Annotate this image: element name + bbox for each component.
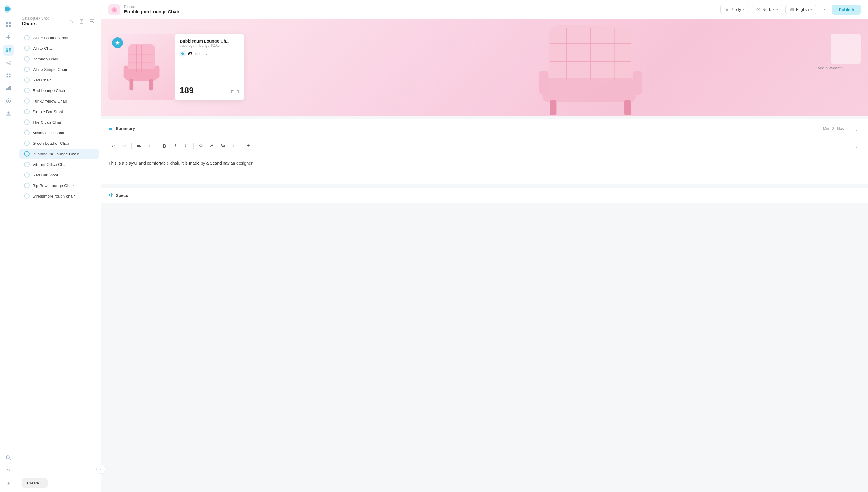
align-left-button[interactable] [134,141,144,150]
notax-button[interactable]: No Tax ▾ [752,5,782,14]
svg-point-20 [7,100,9,102]
item-icon [24,77,29,83]
sidebar-item-stressmore[interactable]: Stressmore rough chair [19,191,99,201]
product-name: Bubblegum Lounge Chair [124,9,179,14]
sidebar-item-white-lounge[interactable]: White Lounge Chair [19,32,99,43]
item-icon [24,46,29,51]
sidebar-item-integrations[interactable] [3,57,14,68]
sidebar-item-vibrant[interactable]: Vibrant Office Chair [19,159,99,170]
product-card-image[interactable] [108,34,175,100]
breadcrumb: Catalogue / Shop [22,16,50,21]
toolbar-more-button[interactable]: ⋮ [852,142,861,150]
item-icon [24,56,29,62]
book-icon[interactable] [77,17,86,26]
sidebar-item-simple-bar[interactable]: Simple Bar Stool [19,106,99,117]
image-indicator [112,38,123,48]
item-icon [24,151,29,156]
bold-button[interactable]: B [160,141,169,150]
summary-title: Summary [108,125,135,131]
code-button[interactable]: <> [196,141,206,150]
sidebar-item-bubblegum[interactable]: Bubblegum Lounge Chair [19,149,99,159]
text-format-button[interactable]: Aa [218,141,228,150]
topbar: 🌸 Product Bubblegum Lounge Chair Pretty … [101,0,868,19]
toolbar-divider-1 [131,143,132,149]
sidebar-item-lightning[interactable] [3,32,14,43]
sidebar-item-red-lounge[interactable]: Red Lounge Chair [19,85,99,96]
extra-card [831,34,861,64]
item-icon [24,193,29,199]
product-info: Product Bubblegum Lounge Chair [124,5,179,14]
max-symbol: ∞ [847,126,849,131]
create-button[interactable]: Create + [22,478,48,488]
language-icon-btn[interactable]: AZ [3,465,14,476]
sidebar-item-funky-yellow[interactable]: Funky Yellow Chair [19,96,99,106]
sidebar-item-red-bar[interactable]: Red Bar Stool [19,170,99,180]
sidebar-item-big-bowl[interactable]: Big Bowl Lounge Chair [19,180,99,191]
undo-button[interactable]: ↩ [108,141,118,150]
svg-rect-19 [9,86,10,90]
topbar-left: 🌸 Product Bubblegum Lounge Chair [108,4,179,16]
item-label: Bamboo Chair [32,57,58,61]
sidebar-item-white-simple[interactable]: White Simple Chair [19,64,99,74]
item-icon [24,109,29,114]
sidebar-item-pages[interactable] [3,45,14,55]
back-button[interactable]: ← [17,0,101,12]
sidebar-item-bamboo[interactable]: Bamboo Chair [19,54,99,64]
italic-button[interactable]: I [170,141,180,150]
svg-rect-50 [124,66,128,79]
item-icon [24,67,29,72]
collapse-sidebar-button[interactable]: ‹ [97,465,105,474]
sidebar-item-person[interactable] [3,108,14,119]
svg-rect-60 [137,144,141,145]
sidebar-item-citrus[interactable]: The Citrus Chair [19,117,99,127]
svg-point-8 [6,62,8,64]
settings-icon-btn[interactable] [3,477,14,488]
edit-icon[interactable]: ✎ [67,17,76,26]
link-button[interactable] [207,141,217,150]
sidebar-item-network[interactable] [3,95,14,106]
summary-meta: Min 0 Max ∞ ⋮ [823,124,861,133]
pretty-button[interactable]: Pretty ▾ [720,5,749,14]
add-variant-button[interactable]: Add a variant + [817,66,844,70]
svg-rect-5 [9,48,10,50]
product-card-more[interactable]: ⋮ [231,39,239,47]
item-icon [24,35,29,41]
item-label: Simple Bar Stool [32,109,63,114]
add-element-button[interactable]: + [243,141,253,150]
sidebar-item-grid[interactable] [3,19,14,30]
redo-button[interactable]: ↪ [120,141,129,150]
sidebar-item-apps[interactable] [3,70,14,81]
sidebar-item-green-leather[interactable]: Green Leather Chair [19,138,99,148]
item-label: Funky Yellow Chair [32,99,67,103]
svg-rect-58 [109,128,112,128]
product-card: Bubblegum Lounge Ch... bubblegum-lounge-… [108,34,244,100]
item-icon [24,172,29,178]
item-icon [24,141,29,146]
item-icon [24,162,29,167]
sidebar-item-white-chair[interactable]: White Chair [19,43,99,53]
search-icon-btn[interactable] [3,452,14,463]
format-down-button[interactable]: ↓ [145,141,155,150]
breadcrumb-catalogue[interactable]: Catalogue [22,16,38,21]
sidebar-item-chart[interactable] [3,83,14,94]
summary-editor[interactable]: This is a playful and comfortable chair.… [101,154,868,184]
svg-rect-38 [625,100,631,115]
app-logo[interactable] [3,4,14,15]
publish-button[interactable]: Publish [832,4,861,15]
image-icon[interactable] [88,17,96,26]
summary-more-button[interactable]: ⋮ [852,124,861,133]
item-label: White Simple Chair [32,67,68,72]
text-down-button[interactable]: ↓ [229,141,238,150]
more-options-button[interactable]: ⋮ [819,5,829,15]
sidebar-item-minimalistic[interactable]: Minimalistic Chair [19,128,99,138]
sidebar-item-red-chair[interactable]: Red Chair [19,75,99,85]
language-button[interactable]: English ▾ [785,5,817,14]
svg-rect-66 [112,194,113,195]
breadcrumb-shop[interactable]: Shop [41,16,50,21]
svg-rect-36 [543,78,636,102]
underline-button[interactable]: U [181,141,191,150]
product-label: Product [124,5,179,8]
svg-rect-1 [9,22,11,24]
specs-section: Specs [101,188,868,203]
svg-line-12 [8,63,9,64]
